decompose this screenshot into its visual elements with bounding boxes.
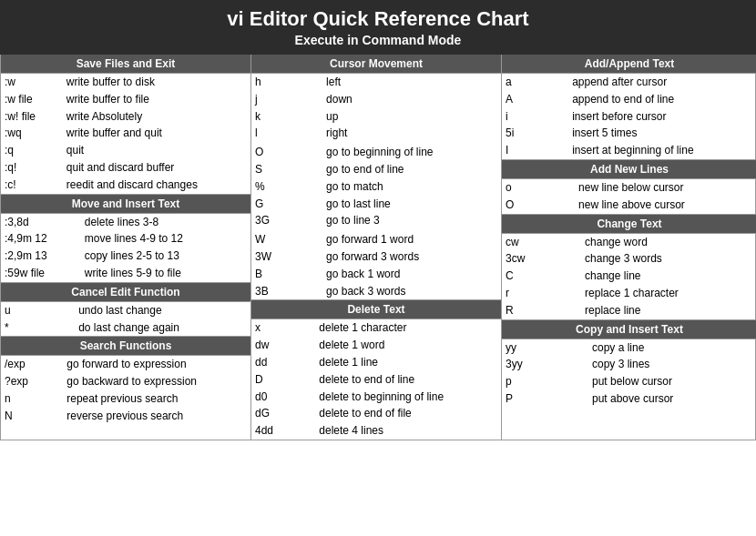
command-cell: 3cw [502, 250, 581, 268]
table-row: :3,8ddelete lines 3-8 [1, 214, 250, 231]
command-cell: :w! file [1, 108, 63, 126]
table-row: Ggo to last line [251, 196, 501, 213]
table-row: 3yycopy 3 lines [502, 356, 756, 373]
table-row: 4dddelete 4 lines [251, 422, 501, 440]
section-wrapper: Cancel Edit Functionuundo last change*do… [1, 283, 250, 338]
command-cell: 3yy [502, 356, 588, 373]
section-header: Save Files and Exit [1, 55, 250, 74]
section-header: Cancel Edit Function [1, 283, 250, 302]
table-row: :qquit [1, 142, 250, 159]
table-row: aappend after cursor [502, 74, 756, 91]
section-table: xdelete 1 characterdwdelete 1 worddddele… [251, 319, 501, 440]
description-cell: go to last line [322, 196, 501, 213]
table-row: *do last change again [1, 319, 250, 337]
description-cell: change word [581, 234, 756, 251]
section-table: uundo last change*do last change again [1, 302, 250, 337]
table-row: :q!quit and discard buffer [1, 159, 250, 177]
command-cell: R [502, 302, 581, 319]
table-row: Nreverse previous search [1, 408, 250, 425]
table-row: :4,9m 12move lines 4-9 to 12 [1, 230, 250, 248]
command-cell: I [502, 142, 568, 159]
description-cell: delete 1 character [315, 319, 501, 337]
section-wrapper: Search Functions/expgo forward to expres… [1, 337, 250, 424]
description-cell: go backward to expression [63, 373, 250, 390]
description-cell: insert 5 times [568, 125, 756, 142]
subtitle: Execute in Command Mode [4, 31, 752, 51]
table-row: kup [251, 108, 501, 126]
description-cell: write buffer to disk [63, 74, 250, 91]
table-row: 3cwchange 3 words [502, 250, 756, 268]
command-cell: k [251, 108, 322, 126]
command-cell: :q! [1, 159, 63, 177]
table-row: Ddelete to end of line [251, 371, 501, 389]
table-row: jdown [251, 91, 501, 108]
description-cell: go to end of line [322, 161, 501, 178]
command-cell: :2,9m 13 [1, 248, 81, 265]
description-cell: go to match [322, 178, 501, 196]
section-wrapper: Move and Insert Text:3,8ddelete lines 3-… [1, 195, 250, 283]
command-cell: :59w file [1, 265, 81, 282]
description-cell: go back 1 word [322, 266, 501, 283]
description-cell: go forward to expression [63, 356, 250, 373]
description-cell: go to line 3 [322, 212, 501, 229]
description-cell: change line [581, 268, 756, 285]
table-row: yycopy a line [502, 339, 756, 357]
command-cell: d0 [251, 389, 315, 406]
command-cell: S [251, 161, 322, 178]
command-cell: p [502, 373, 588, 390]
section-table: onew line below cursorOnew line above cu… [502, 179, 756, 214]
table-row: 3Ggo to line 3 [251, 212, 501, 229]
command-cell: :w file [1, 91, 63, 108]
command-cell: B [251, 266, 322, 283]
description-cell: delete to end of file [315, 405, 501, 422]
table-row: iinsert before cursor [502, 108, 756, 126]
command-cell: :3,8d [1, 214, 81, 231]
description-cell: up [322, 108, 501, 126]
table-row: dGdelete to end of file [251, 405, 501, 422]
description-cell: write lines 5-9 to file [81, 265, 250, 282]
description-cell: reverse previous search [63, 408, 250, 425]
table-row: dddelete 1 line [251, 354, 501, 371]
table-row: :2,9m 13copy lines 2-5 to 13 [1, 248, 250, 265]
command-cell: i [502, 108, 568, 126]
main-title: vi Editor Quick Reference Chart [4, 7, 752, 31]
command-cell: n [1, 390, 63, 408]
table-row: Rreplace line [502, 302, 756, 319]
description-cell: go to beginning of line [322, 144, 501, 161]
description-cell: go forward 3 words [322, 248, 501, 266]
command-cell: yy [502, 339, 588, 357]
command-cell: dw [251, 337, 315, 354]
table-row: Cchange line [502, 268, 756, 285]
description-cell: insert at beginning of line [568, 142, 756, 159]
section-table: hleftjdownkuplrightOgo to beginning of l… [251, 74, 501, 299]
section-table: cwchange word3cwchange 3 wordsCchange li… [502, 234, 756, 319]
command-cell: * [1, 319, 75, 337]
table-row: Onew line above cursor [502, 197, 756, 214]
command-cell: 3B [251, 283, 322, 300]
description-cell: right [322, 125, 501, 142]
command-cell: /exp [1, 356, 63, 373]
description-cell: append to end of line [568, 91, 756, 108]
description-cell: copy 3 lines [588, 356, 756, 373]
command-cell: a [502, 74, 568, 91]
command-cell: u [1, 302, 75, 319]
table-row: :wqwrite buffer and quit [1, 125, 250, 142]
table-row: cwchange word [502, 234, 756, 251]
command-cell: dd [251, 354, 315, 371]
command-cell: % [251, 178, 322, 196]
command-cell: x [251, 319, 315, 337]
command-cell: C [502, 268, 581, 285]
section-header: Copy and Insert Text [502, 320, 756, 339]
description-cell: delete 1 word [315, 337, 501, 354]
table-row: onew line below cursor [502, 179, 756, 197]
section-table: :wwrite buffer to disk:w filewrite buffe… [1, 74, 250, 194]
table-row: 3Bgo back 3 words [251, 283, 501, 300]
table-row: lright [251, 125, 501, 142]
table-row: nrepeat previous search [1, 390, 250, 408]
table-row: 3Wgo forward 3 words [251, 248, 501, 266]
table-row: Ogo to beginning of line [251, 144, 501, 161]
col-3: Add/Append Textaappend after cursorAappe… [502, 55, 756, 440]
description-cell: insert before cursor [568, 108, 756, 126]
command-cell: 3W [251, 248, 322, 266]
description-cell: copy a line [588, 339, 756, 357]
